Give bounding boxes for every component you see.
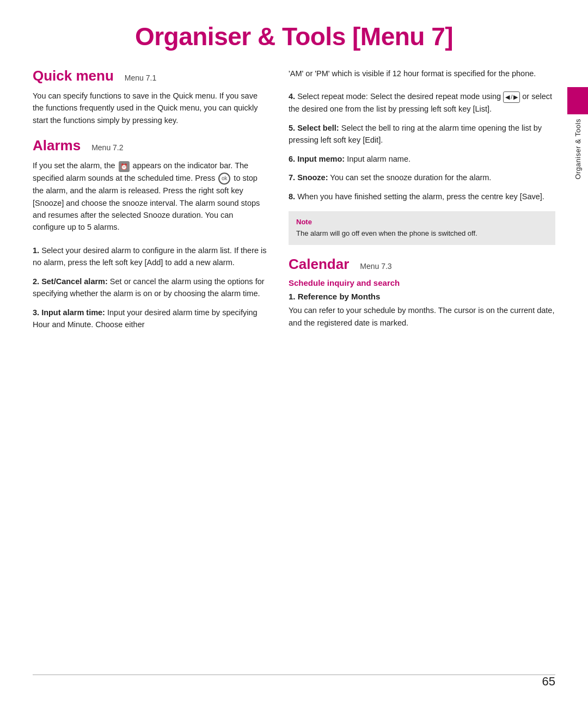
page-number: 65: [542, 675, 555, 689]
alarms-heading: Alarms Menu 7.2: [33, 137, 267, 154]
schedule-subsection: Schedule inquiry and search: [289, 278, 555, 287]
list-item: 5. Select bell: Select the bell to ring …: [289, 122, 555, 146]
note-body: The alarm will go off even when the phon…: [296, 228, 548, 239]
calendar-ref: Menu 7.3: [360, 262, 391, 271]
list-item: 6. Input memo: Input alarm name.: [289, 153, 555, 165]
alarms-intro: If you set the alarm, the ⏰ appears on t…: [33, 160, 267, 234]
right-column: 'AM' or 'PM' which is visible if 12 hour…: [289, 68, 555, 340]
calendar-title: Calendar: [289, 256, 349, 273]
quick-menu-body: You can specify functions to save in the…: [33, 90, 267, 126]
quick-menu-title: Quick menu: [33, 68, 114, 84]
list-item: 1. Select your desired alarm to configur…: [33, 244, 267, 269]
left-column: Quick menu Menu 7.1 You can specify func…: [33, 68, 267, 340]
list-item: 3. Input alarm time: Input your desired …: [33, 306, 267, 331]
reference-by-months: 1. Reference by Months: [289, 292, 555, 301]
list-item: 2. Set/Cancel alarm: Set or cancel the a…: [33, 275, 267, 300]
nav-icons: ◀ / ▶: [503, 91, 520, 103]
quick-menu-ref: Menu 7.1: [125, 73, 156, 82]
page-container: Organiser & Tools [Menu 7] Quick menu Me…: [0, 0, 588, 705]
quick-menu-heading: Quick menu Menu 7.1: [33, 68, 267, 84]
alarms-list: 1. Select your desired alarm to configur…: [33, 244, 267, 331]
list-item: 7. Snooze: You can set the snooze durati…: [289, 171, 555, 183]
alarms-title: Alarms: [33, 137, 81, 154]
page-title: Organiser & Tools [Menu 7]: [33, 22, 555, 51]
calendar-body: You can refer to your schedule by months…: [289, 304, 555, 329]
note-title: Note: [296, 218, 548, 226]
alarms-intro-text: If you set the alarm, the: [33, 161, 115, 170]
alarm-icon: ⏰: [119, 161, 130, 172]
right-list: 4. Select repeat mode: Select the desire…: [289, 90, 555, 203]
note-box: Note The alarm will go off even when the…: [289, 211, 555, 246]
alarms-ref: Menu 7.2: [91, 143, 123, 152]
list-item: 4. Select repeat mode: Select the desire…: [289, 90, 555, 115]
content-columns: Quick menu Menu 7.1 You can specify func…: [33, 68, 555, 340]
ok-icon: ok: [218, 173, 230, 185]
list-item: 8. When you have finished setting the al…: [289, 191, 555, 203]
right-intro-text: 'AM' or 'PM' which is visible if 12 hour…: [289, 69, 536, 78]
calendar-heading: Calendar Menu 7.3: [289, 256, 555, 273]
right-intro: 'AM' or 'PM' which is visible if 12 hour…: [289, 68, 555, 79]
page-divider: [33, 675, 555, 675]
